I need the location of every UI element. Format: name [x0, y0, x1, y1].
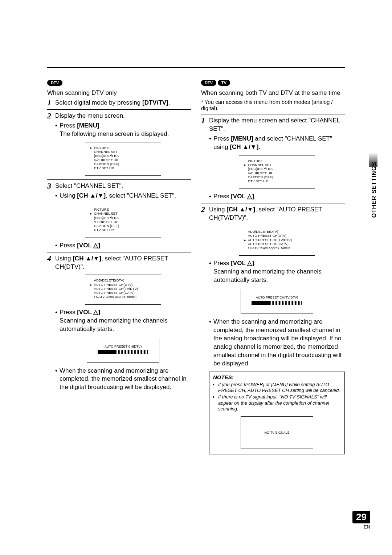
badge-dtv: DTV — [201, 80, 216, 86]
step-3-details: • Using [CH ▲/▼], select "CHANNEL SET". … — [47, 192, 191, 250]
right-step-2: 2 Using [CH ▲/▼], select "AUTO PRESET CH… — [201, 206, 345, 222]
button-ref: [VOL ] — [77, 309, 100, 316]
button-ref: [CH ▲/▼] — [226, 206, 255, 213]
osd-item: V-CHIP SET UP — [248, 171, 272, 175]
step-body: Select digital mode by pressing [DTV/TV]… — [55, 99, 191, 107]
text: Press — [213, 193, 231, 200]
bullet: • Press [VOL ]. Scanning and memorizing … — [209, 259, 345, 284]
bullet: • When the scanning and memorizing are c… — [209, 318, 345, 368]
osd-item: CAPTION [OFF] — [248, 175, 273, 179]
button-ref: [VOL ] — [231, 260, 254, 267]
button-ref: [DTV/TV] — [142, 99, 168, 106]
page-columns: DTV When scanning DTV only 1 Select digi… — [47, 80, 345, 454]
bullet: • When the scanning and memorizing are c… — [55, 367, 191, 392]
note-item: If you press [POWER] or [MENU] while set… — [218, 382, 341, 394]
bullet-dot: • — [55, 242, 60, 250]
text: Press — [60, 309, 77, 316]
page-number-block: 29 EN — [352, 511, 370, 530]
bullet-text: Press [VOL ]. Scanning and memorizing th… — [60, 308, 191, 333]
bullet-text: Press [VOL ]. Scanning and memorizing th… — [213, 259, 345, 284]
text: Press — [60, 122, 77, 129]
text: . — [99, 122, 101, 129]
osd-auto-preset: ADD/DELETE(DTV) ▸AUTO PRESET CH(DTV) AUT… — [85, 275, 161, 304]
separator — [47, 252, 191, 252]
text: Scanning and memorizing the channels aut… — [213, 268, 322, 283]
text: Press — [213, 260, 231, 267]
step-number: 2 — [201, 206, 209, 214]
button-ref: [CH ▲/▼] — [73, 255, 101, 262]
osd-item: [ENG]/ESP/FRA — [94, 216, 119, 220]
progress-label: AUTO PRESET CH(DTV) — [91, 345, 155, 348]
page-number: 29 — [352, 511, 370, 523]
bullet-dot: • — [55, 122, 60, 138]
right-badge-row: DTV TV — [201, 80, 345, 86]
step-number: 1 — [201, 117, 209, 125]
triangle-up-icon — [247, 260, 252, 267]
osd-item: ! CATV takes approx. 50min. — [248, 246, 291, 250]
bullet: • Press [MENU]. The following menu scree… — [55, 122, 191, 138]
step-4-details: ADD/DELETE(DTV) ▸AUTO PRESET CH(DTV) AUT… — [47, 275, 191, 392]
bullet-dot: • — [55, 192, 60, 200]
separator — [201, 114, 345, 114]
left-intro: When scanning DTV only — [47, 89, 191, 97]
step-body: Using [CH ▲/▼], select "AUTO PRESET CH(T… — [209, 206, 345, 222]
osd-item: [ENG]/ESP/FRA — [248, 167, 273, 171]
osd-item: V-CHIP SET UP — [94, 220, 118, 224]
left-step-2: 2 Display the menu screen. — [47, 112, 191, 120]
text: Select digital mode by pressing — [55, 99, 142, 106]
step-2-details: • Press [MENU]. The following menu scree… — [47, 122, 191, 176]
bullet-text: Using [CH ▲/▼], select "CHANNEL SET". — [60, 192, 191, 200]
osd-item: [ENG]/ESP/FRA — [94, 154, 119, 158]
osd-item: DTV SET UP — [248, 179, 268, 183]
step-number: 1 — [47, 99, 55, 107]
osd-item: AUTO PRESET CH(CATV) — [94, 291, 135, 295]
osd-item: V-CHIP SET UP — [94, 158, 118, 162]
step-body: Using [CH ▲/▼], select "AUTO PRESET CH(D… — [55, 255, 191, 271]
separator — [201, 203, 345, 203]
osd-item: ADD/DELETE(DTV) — [248, 230, 278, 234]
button-ref: [VOL ] — [231, 193, 254, 200]
notes-list: If you press [POWER] or [MENU] while set… — [213, 382, 341, 412]
left-step-4: 4 Using [CH ▲/▼], select "AUTO PRESET CH… — [47, 255, 191, 271]
osd-no-signal: NO TV SIGNALS — [241, 416, 313, 449]
osd-channel-set: PICTURE ▸CHANNEL SET [ENG]/ESP/FRA V-CHI… — [85, 204, 161, 238]
bullet: • Press [VOL ]. — [55, 242, 191, 250]
osd-progress-dtv: AUTO PRESET CH(DTV) — [87, 338, 159, 362]
left-column: DTV When scanning DTV only 1 Select digi… — [47, 80, 191, 454]
right-step-2-details: ADD/DELETE(DTV) AUTO PRESET CH(DTV) ▸AUT… — [201, 226, 345, 454]
osd-channel-set: PICTURE ▸CHANNEL SET [ENG]/ESP/FRA V-CHI… — [239, 155, 315, 189]
separator — [47, 179, 191, 180]
left-step-1: 1 Select digital mode by pressing [DTV/T… — [47, 99, 191, 107]
bullet: • Press [VOL ]. — [209, 193, 345, 201]
right-step-1-details: • Press [MENU] and select "CHANNEL SET" … — [201, 135, 345, 201]
osd-main-menu: ▸PICTURE CHANNEL SET [ENG]/ESP/FRA V-CHI… — [85, 142, 161, 176]
note-item: If there is no TV signal input, "NO TV S… — [218, 394, 341, 412]
triangle-up-icon — [93, 242, 98, 249]
osd-item: PICTURE — [94, 146, 109, 150]
text: , select "CHANNEL SET". — [106, 192, 176, 199]
osd-auto-preset: ADD/DELETE(DTV) AUTO PRESET CH(DTV) ▸AUT… — [239, 226, 315, 256]
button-ref: [MENU] — [231, 135, 253, 142]
triangle-up-icon — [247, 193, 252, 200]
left-step-3: 3 Select "CHANNEL SET". — [47, 182, 191, 190]
osd-item: AUTO PRESET CH(TV/DTV) — [94, 287, 138, 291]
osd-item: CHANNEL SET — [94, 150, 118, 154]
text: . — [168, 99, 170, 106]
right-footnote: * You can access this menu from both mod… — [201, 99, 345, 111]
text: Press — [213, 135, 231, 142]
step-body: Display the menu screen. — [55, 112, 191, 120]
notes-box: NOTES: If you press [POWER] or [MENU] wh… — [209, 372, 345, 454]
bullet-text: Press [VOL ]. — [213, 193, 345, 201]
osd-item: AUTO PRESET CH(TV/DTV) — [248, 238, 292, 242]
bullet: • Press [MENU] and select "CHANNEL SET" … — [209, 135, 345, 151]
bullet-text: When the scanning and memorizing are com… — [60, 367, 191, 392]
step-number: 3 — [47, 182, 55, 190]
osd-item: PICTURE — [94, 208, 109, 212]
osd-item: CAPTION [OFF] — [94, 162, 119, 166]
text: . — [100, 242, 102, 249]
button-ref: [VOL ] — [77, 242, 100, 249]
text: Using — [209, 206, 226, 213]
button-ref: [CH ▲/▼] — [77, 192, 106, 199]
no-signal-text: NO TV SIGNALS — [265, 431, 290, 434]
notes-title: NOTES: — [213, 374, 341, 380]
